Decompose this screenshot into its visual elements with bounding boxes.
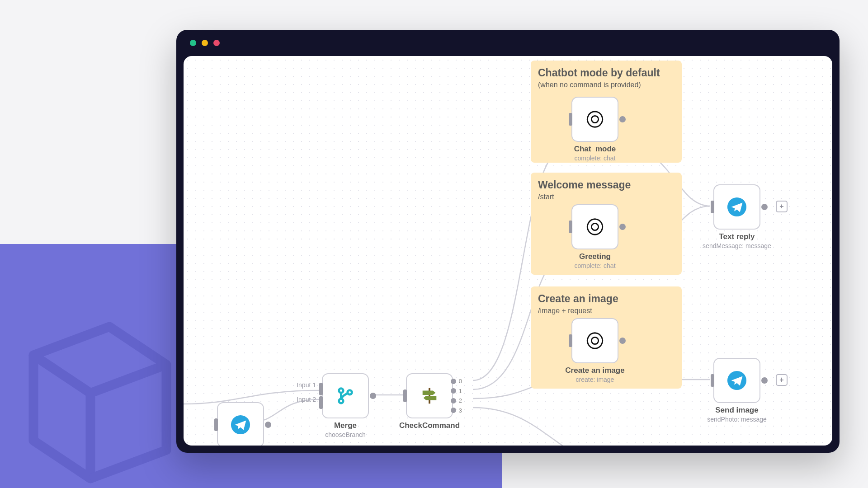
traffic-light-minimize-icon[interactable] — [202, 40, 208, 46]
group-title: Welcome message — [538, 179, 675, 191]
port-out[interactable] — [619, 224, 626, 230]
node-label: Create an image — [565, 366, 624, 375]
node-label: CheckCommand — [399, 421, 460, 430]
node-send-image[interactable]: Send image sendPhoto: message — [713, 358, 760, 403]
node-create-image[interactable]: Create an image create: image — [571, 318, 618, 363]
port-out[interactable] — [619, 338, 626, 344]
group-subtitle: /image + request — [538, 307, 675, 315]
node-text-reply[interactable]: Text reply sendMessage: message — [713, 184, 760, 230]
git-branch-icon — [335, 385, 356, 406]
node-telegram-trigger[interactable] — [217, 402, 264, 446]
openai-icon — [585, 109, 605, 130]
branch-label-3: 3 — [459, 407, 462, 414]
port-in[interactable] — [711, 374, 714, 387]
signpost-icon — [419, 385, 440, 406]
node-sublabel: create: image — [565, 376, 624, 383]
node-sublabel: sendPhoto: message — [707, 416, 767, 423]
node-sublabel: chooseBranch — [325, 431, 366, 438]
telegram-icon — [726, 370, 747, 391]
add-connection-button[interactable]: + — [776, 201, 788, 212]
port-in[interactable] — [403, 389, 407, 402]
branch-label-1: 1 — [459, 388, 462, 394]
port-out[interactable] — [761, 204, 768, 210]
merge-input1-label: Input 1 — [290, 381, 316, 389]
branch-ports: 0 1 2 3 — [451, 378, 462, 414]
port-in[interactable] — [569, 221, 572, 233]
node-sublabel: sendMessage: message — [703, 242, 771, 249]
node-merge[interactable]: Merge chooseBranch — [322, 373, 369, 418]
svg-point-7 — [591, 337, 598, 344]
branch-label-2: 2 — [459, 397, 462, 404]
node-label: Greeting — [579, 252, 611, 261]
group-subtitle: (when no command is provided) — [538, 81, 675, 89]
port-out-1[interactable] — [451, 388, 456, 394]
svg-point-6 — [591, 223, 598, 230]
traffic-light-maximize-icon[interactable] — [213, 40, 220, 46]
openai-icon — [585, 330, 605, 351]
port-out[interactable] — [761, 377, 768, 384]
branch-label-0: 0 — [459, 378, 462, 385]
telegram-icon — [230, 414, 251, 435]
node-checkcommand[interactable]: 0 1 2 3 CheckCommand — [406, 373, 453, 418]
port-out-3[interactable] — [451, 408, 456, 413]
group-title: Create an image — [538, 293, 675, 305]
port-in[interactable] — [569, 334, 572, 347]
merge-input2-label: Input 2 — [290, 396, 316, 403]
port-in[interactable] — [711, 201, 714, 213]
port-out[interactable] — [265, 422, 271, 428]
group-title: Chatbot mode by default — [538, 67, 675, 79]
workflow-canvas[interactable]: Chatbot mode by default (when no command… — [184, 56, 832, 446]
port-in-2[interactable] — [319, 396, 323, 409]
node-sublabel: complete: chat — [574, 262, 615, 269]
port-out[interactable] — [619, 116, 626, 122]
port-in-1[interactable] — [319, 383, 323, 395]
add-connection-button[interactable]: + — [776, 374, 788, 386]
traffic-light-close-icon[interactable] — [190, 40, 196, 46]
node-greeting[interactable]: Greeting complete: chat — [571, 204, 618, 249]
node-label: Chat_mode — [574, 145, 616, 153]
openai-icon — [585, 216, 605, 237]
app-window: Chatbot mode by default (when no command… — [176, 30, 840, 453]
port-in[interactable] — [214, 418, 218, 431]
node-sublabel: complete: chat — [574, 155, 616, 162]
port-out-0[interactable] — [451, 379, 456, 384]
window-titlebar — [176, 30, 840, 56]
port-in[interactable] — [569, 113, 572, 126]
node-label: Text reply — [719, 232, 755, 241]
node-label: Merge — [334, 421, 357, 430]
node-chat-mode[interactable]: Chat_mode complete: chat — [571, 97, 618, 142]
telegram-icon — [726, 197, 747, 217]
port-out[interactable] — [370, 393, 376, 399]
group-subtitle: /start — [538, 193, 675, 201]
node-label: Send image — [715, 406, 758, 414]
port-out-2[interactable] — [451, 398, 456, 404]
svg-point-5 — [591, 116, 598, 122]
